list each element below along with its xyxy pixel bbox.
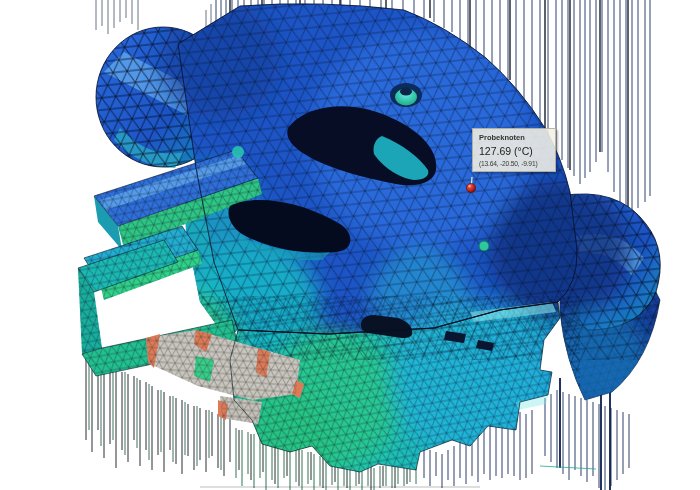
probe-annotation-coordinates: (13.64, -20.50, -9.91) bbox=[479, 160, 550, 167]
probe-annotation-value: 127.69 (°C) bbox=[479, 145, 550, 157]
probe-annotation[interactable]: Probeknoten 127.69 (°C) (13.64, -20.50, … bbox=[472, 128, 556, 172]
probe-node-marker-icon bbox=[466, 183, 475, 192]
probe-annotation-title: Probeknoten bbox=[479, 133, 550, 142]
meshed-model-view[interactable] bbox=[0, 0, 700, 490]
fea-result-viewport[interactable]: Probeknoten 127.69 (°C) (13.64, -20.50, … bbox=[0, 0, 700, 490]
